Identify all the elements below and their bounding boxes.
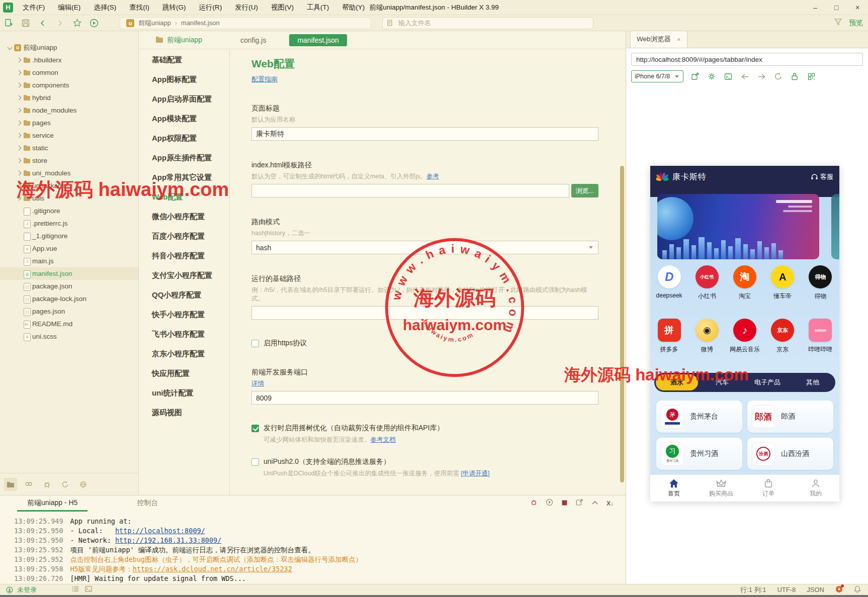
search-input[interactable] [397,19,589,27]
tree-item[interactable]: .prettierrc.js [0,217,138,230]
chevron-icon[interactable] [6,44,14,52]
back-icon[interactable] [34,17,51,30]
chevron-icon[interactable] [15,182,23,190]
url-input[interactable] [631,53,863,66]
chevron-icon[interactable] [15,282,23,290]
app-shortcut[interactable]: 京东 京东 [764,319,802,354]
lock-icon[interactable] [790,71,800,81]
manifest-nav-item[interactable]: 支付宝小程序配置 [139,265,229,285]
web-panel-icon[interactable] [76,478,90,491]
app-shortcut[interactable]: ♪ 网易云音乐 [726,319,763,354]
chevron-icon[interactable] [15,308,23,316]
login-status[interactable]: 未登录 [17,585,37,594]
tree-item[interactable]: components [0,79,138,91]
log-link[interactable]: http://localhost:8009/ [115,527,205,535]
language-mode[interactable]: JSON [807,586,824,593]
manifest-nav-item[interactable]: QQ小程序配置 [139,285,229,305]
manifest-nav-item[interactable]: 基础配置 [139,50,229,69]
breadcrumb[interactable]: u 前端uniapp › manifest.json [120,17,371,29]
tree-item[interactable]: hybrid [0,91,138,104]
tab-me[interactable]: 我的 [792,475,839,502]
app-shortcut[interactable]: ◉ 微博 [688,319,726,354]
outline-icon[interactable] [72,586,79,593]
tree-item[interactable]: uni.scss [0,330,138,343]
menu-item[interactable]: 文件(F) [17,2,50,14]
tree-item[interactable]: package-lock.json [0,292,138,305]
breadcrumb-file[interactable]: manifest.json [181,19,220,27]
brand-card-fenjiu[interactable]: 汾酒 山西汾酒 [747,438,833,470]
manifest-nav-item[interactable]: App权限配置 [139,128,229,148]
app-shortcut[interactable]: 得物 得物 [802,265,839,301]
manifest-nav-item[interactable]: Web配置 [139,187,229,207]
tree-item[interactable]: common [0,66,138,79]
editor-scrollbar[interactable] [620,166,624,482]
tab-orders[interactable]: 订单 [745,475,792,502]
tree-item[interactable]: 前端uniapp [0,41,138,54]
run-icon[interactable] [85,17,103,30]
treeshaking-doc-link[interactable]: 参考文档 [371,436,396,443]
page-title-input[interactable] [251,127,598,141]
template-ref-link[interactable]: 参考 [426,173,439,180]
sync-panel-icon[interactable] [58,478,71,491]
manifest-nav-item[interactable]: App原生插件配置 [139,148,229,167]
menu-item[interactable]: 工具(T) [301,2,334,14]
tree-item[interactable]: node_modules [0,104,138,117]
chevron-icon[interactable] [15,194,23,203]
tree-item[interactable]: service [0,129,138,142]
new-file-icon[interactable] [0,17,17,30]
log-link[interactable]: http://192.168.31.33:8009/ [115,536,221,544]
console-tab-run[interactable]: 前端uniapp - H5 [20,499,84,512]
router-mode-select[interactable]: hash [251,241,598,254]
config-guide-link[interactable]: 配置指南 [251,75,278,83]
manifest-nav-item[interactable]: 飞书小程序配置 [139,324,229,344]
nav-forward-icon[interactable] [756,71,766,81]
refresh-icon[interactable] [773,71,783,81]
tree-item[interactable]: uni_modules [0,167,138,179]
maximize-button[interactable]: □ [826,0,847,15]
tab-home[interactable]: 首页 [650,475,698,502]
notification-bell-icon[interactable] [854,585,861,594]
tree-item[interactable]: store [0,154,138,167]
base-path-input[interactable] [251,306,598,320]
category-tab-liquor[interactable]: 酒水 [656,374,698,390]
app-shortcut[interactable]: 拼 拼多多 [650,319,688,354]
chevron-icon[interactable] [15,144,23,152]
account-icon[interactable] [6,586,13,593]
app-shortcut[interactable]: D deepseek [650,265,688,301]
manifest-nav-item[interactable]: 百度小程序配置 [139,226,229,246]
manifest-nav-item[interactable]: App常用其它设置 [139,167,229,187]
chevron-icon[interactable] [15,320,23,328]
resume-icon[interactable] [546,499,553,508]
manifest-nav-item[interactable]: 微信小程序配置 [139,207,229,226]
tab-project[interactable]: 前端uniapp [156,36,202,45]
chevron-icon[interactable] [15,295,23,303]
menu-item[interactable]: 查找(I) [124,2,155,14]
category-tab-electronics[interactable]: 电子产品 [746,374,789,390]
star-icon[interactable] [68,17,85,30]
app-shortcut[interactable]: 小红书 小红书 [688,265,726,301]
dev-port-input[interactable] [251,391,598,405]
chevron-icon[interactable] [15,169,23,177]
manifest-nav-item[interactable]: App图标配置 [139,69,229,89]
brand-card-moutai[interactable]: 茅 贵州茅台 [656,401,742,433]
files-panel-icon[interactable] [4,478,17,491]
clear-log-icon[interactable]: X↓ [606,500,614,507]
chevron-icon[interactable] [15,270,23,278]
chevron-icon[interactable] [15,157,23,165]
menu-item[interactable]: 选择(S) [88,2,122,14]
brand-card-xijiu[interactable]: 习 贵州习酒 贵州习酒 [656,438,742,470]
collapse-icon[interactable] [591,499,598,508]
manifest-nav-item[interactable]: 快应用配置 [139,363,229,383]
menu-item[interactable]: 视图(V) [266,2,299,14]
customer-service-button[interactable]: 客服 [811,172,833,181]
brand-card-langjiu[interactable]: 郎酒 郎酒 [747,401,833,433]
stop-icon[interactable] [561,499,568,508]
menu-item[interactable]: 编辑(E) [52,2,86,14]
close-tab-icon[interactable]: × [677,36,681,43]
tree-item[interactable]: README.md [0,318,138,330]
update-icon[interactable] [835,585,843,594]
filter-icon[interactable] [834,18,842,28]
port-detail-link[interactable]: 详情 [251,380,264,387]
menu-item[interactable]: 发行(U) [229,2,264,14]
manifest-nav-item[interactable]: 快手小程序配置 [139,305,229,324]
